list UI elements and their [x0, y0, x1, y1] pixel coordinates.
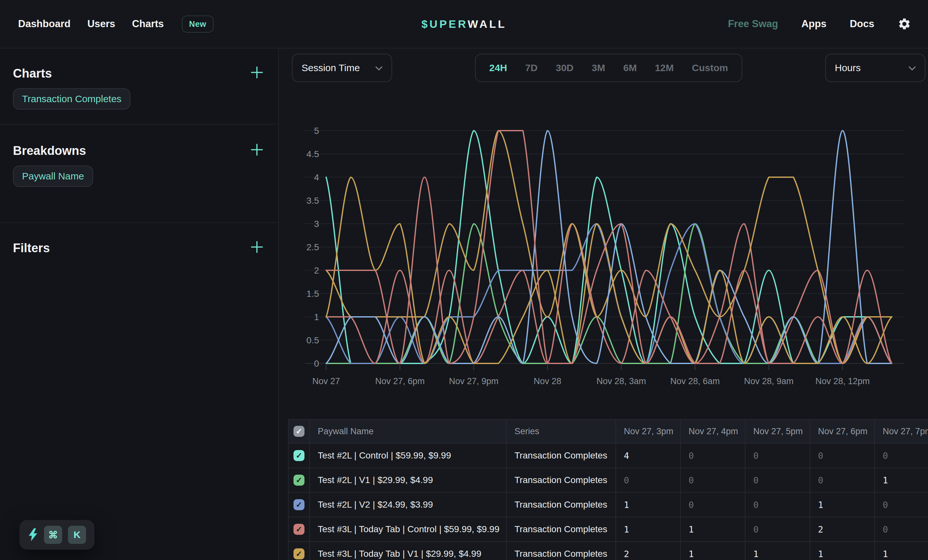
sidebar-section-breakdowns: Breakdowns Paywall Name — [0, 125, 278, 223]
chip-paywall-name[interactable]: Paywall Name — [13, 166, 93, 187]
range-30d[interactable]: 30D — [548, 62, 580, 73]
svg-text:5: 5 — [314, 126, 319, 136]
col-nov27-3pm: Nov 27, 3pm — [615, 420, 680, 443]
value-cell: 2 — [615, 542, 680, 560]
value-cell: 1 — [615, 493, 680, 517]
lightning-bolt-icon — [28, 528, 38, 541]
col-nov27-4pm: Nov 27, 4pm — [680, 420, 745, 443]
paywall-name-cell: Test #2L | V2 | $24.99, $3.99 — [309, 493, 506, 517]
table-row: ✓ Test #2L | Control | $59.99, $9.99 Tra… — [288, 443, 928, 467]
add-filter-button[interactable] — [249, 239, 265, 256]
cmd-key: ⌘ — [44, 526, 62, 544]
paywall-name-cell: Test #2L | Control | $59.99, $9.99 — [309, 444, 506, 467]
filters-section-title: Filters — [13, 241, 265, 255]
range-custom[interactable]: Custom — [685, 62, 735, 73]
chart-controls-row: Session Time 24H 7D 30D 3M 6M 12M Custom… — [292, 54, 925, 82]
logo-rest-text: WALL — [467, 18, 507, 30]
value-cell: 0 — [810, 444, 874, 467]
row-checkbox[interactable]: ✓ — [293, 499, 304, 510]
svg-text:4.5: 4.5 — [307, 149, 319, 159]
paywall-name-cell: Test #3L | Today Tab | V1 | $29.99, $4.9… — [309, 542, 506, 560]
value-cell: 1 — [810, 493, 874, 517]
value-cell: 0 — [745, 444, 810, 467]
select-all-checkbox[interactable]: ✓ — [293, 426, 304, 437]
svg-text:Nov 27, 6pm: Nov 27, 6pm — [375, 376, 424, 386]
top-nav: Dashboard Users Charts New $UPERWALL Fre… — [0, 0, 928, 49]
value-cell: 1 — [810, 542, 874, 560]
new-badge: New — [182, 15, 213, 33]
nav-item-dashboard[interactable]: Dashboard — [18, 18, 70, 30]
range-3m[interactable]: 3M — [585, 62, 612, 73]
series-cell: Transaction Completes — [506, 493, 615, 517]
row-checkbox[interactable]: ✓ — [293, 548, 304, 559]
value-cell: 1 — [615, 517, 680, 541]
range-12m[interactable]: 12M — [648, 62, 681, 73]
col-nov27-6pm: Nov 27, 6pm — [810, 420, 874, 443]
svg-text:Nov 28, 3am: Nov 28, 3am — [596, 376, 646, 386]
value-cell: 0 — [745, 517, 810, 541]
svg-text:Nov 28, 6am: Nov 28, 6am — [670, 376, 720, 386]
value-cell: 0 — [810, 468, 874, 492]
nav-link-free-swag[interactable]: Free Swag — [728, 18, 778, 30]
range-7d[interactable]: 7D — [518, 62, 545, 73]
main-content: Session Time 24H 7D 30D 3M 6M 12M Custom… — [279, 49, 928, 560]
svg-text:2: 2 — [314, 265, 319, 275]
value-cell: 0 — [680, 468, 745, 492]
logo-accent-text: $UPER — [421, 18, 467, 30]
row-checkbox[interactable]: ✓ — [293, 475, 304, 485]
range-6m[interactable]: 6M — [616, 62, 644, 73]
svg-text:Nov 28: Nov 28 — [534, 376, 562, 386]
paywall-name-cell: Test #2L | V1 | $29.99, $4.99 — [309, 468, 506, 492]
chevron-down-icon — [908, 66, 916, 71]
series-cell: Transaction Completes — [506, 517, 615, 541]
nav-link-docs[interactable]: Docs — [850, 18, 874, 30]
svg-text:Nov 27: Nov 27 — [312, 376, 340, 386]
superwall-logo: $UPERWALL — [421, 18, 507, 30]
table-row: ✓ Test #2L | V1 | $29.99, $4.99 Transact… — [288, 467, 928, 492]
command-palette-shortcut[interactable]: ⌘ K — [20, 520, 95, 550]
table-row: ✓ Test #2L | V2 | $24.99, $3.99 Transact… — [288, 492, 928, 517]
add-breakdown-button[interactable] — [249, 141, 265, 158]
nav-link-apps[interactable]: Apps — [801, 18, 827, 30]
time-range-group: 24H 7D 30D 3M 6M 12M Custom — [475, 54, 742, 82]
svg-text:3.5: 3.5 — [307, 196, 319, 205]
col-paywall-name: Paywall Name — [309, 420, 506, 443]
plus-icon — [249, 64, 265, 81]
svg-text:Nov 28, 12pm: Nov 28, 12pm — [815, 376, 870, 386]
row-checkbox[interactable]: ✓ — [293, 524, 304, 535]
chip-transaction-completes[interactable]: Transaction Completes — [13, 88, 130, 110]
paywall-name-cell: Test #3L | Today Tab | Control | $59.99,… — [309, 517, 506, 541]
settings-gear-icon[interactable] — [897, 17, 911, 31]
sidebar-section-filters: Filters — [0, 223, 278, 277]
sidebar: Charts Transaction Completes Breakdowns … — [0, 49, 279, 560]
nav-item-charts[interactable]: Charts — [132, 18, 164, 30]
add-chart-button[interactable] — [249, 64, 265, 81]
range-24h[interactable]: 24H — [482, 62, 514, 73]
svg-text:1: 1 — [314, 312, 319, 322]
row-checkbox[interactable]: ✓ — [293, 450, 304, 461]
metric-select[interactable]: Session Time — [292, 54, 392, 82]
table-header-row: ✓ Paywall Name Series Nov 27, 3pm Nov 27… — [288, 420, 928, 443]
breakdown-table: ✓ Paywall Name Series Nov 27, 3pm Nov 27… — [288, 419, 928, 560]
series-cell: Transaction Completes — [506, 444, 615, 467]
value-cell: 0 — [874, 444, 928, 467]
value-cell: 0 — [745, 468, 810, 492]
value-cell: 1 — [745, 542, 810, 560]
svg-text:4: 4 — [314, 172, 319, 183]
k-key: K — [68, 526, 86, 544]
unit-select[interactable]: Hours — [825, 54, 925, 82]
table-row: ✓ Test #3L | Today Tab | V1 | $29.99, $4… — [288, 541, 928, 560]
value-cell: 4 — [615, 444, 680, 467]
value-cell: 1 — [680, 542, 745, 560]
value-cell: 1 — [874, 468, 928, 492]
metric-select-value: Session Time — [302, 62, 360, 73]
table-row: ✓ Test #3L | Today Tab | Control | $59.9… — [288, 517, 928, 541]
value-cell: 0 — [680, 444, 745, 467]
sidebar-section-charts: Charts Transaction Completes — [0, 49, 278, 125]
value-cell: 1 — [680, 517, 745, 541]
plus-icon — [249, 141, 265, 158]
nav-item-users[interactable]: Users — [87, 18, 115, 30]
col-series: Series — [506, 420, 615, 443]
col-nov27-5pm: Nov 27, 5pm — [745, 420, 810, 443]
svg-text:2.5: 2.5 — [307, 242, 319, 252]
